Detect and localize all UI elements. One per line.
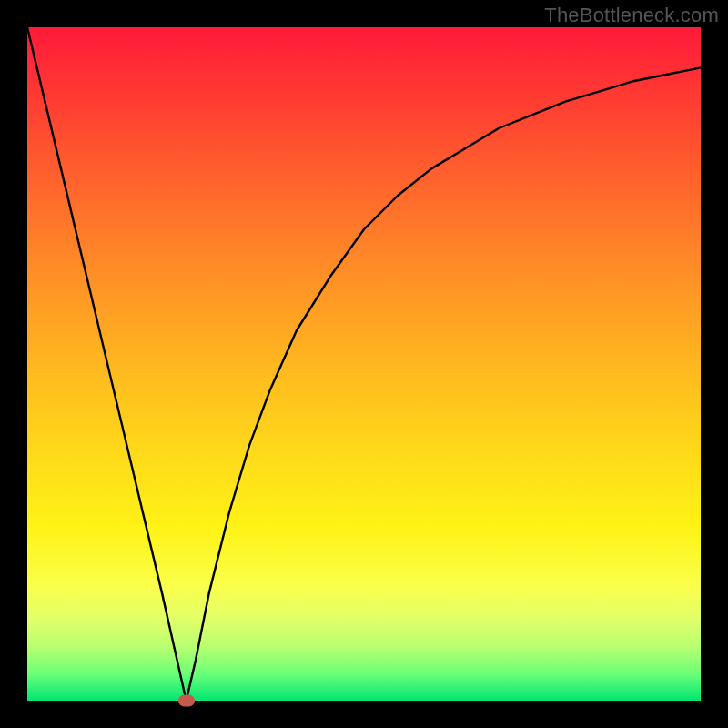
curve-svg <box>27 27 701 701</box>
minimum-marker <box>178 695 195 707</box>
bottleneck-curve-path <box>27 27 701 701</box>
chart-frame: TheBottleneck.com <box>0 0 728 728</box>
plot-area <box>27 27 701 701</box>
watermark-text: TheBottleneck.com <box>544 4 719 27</box>
